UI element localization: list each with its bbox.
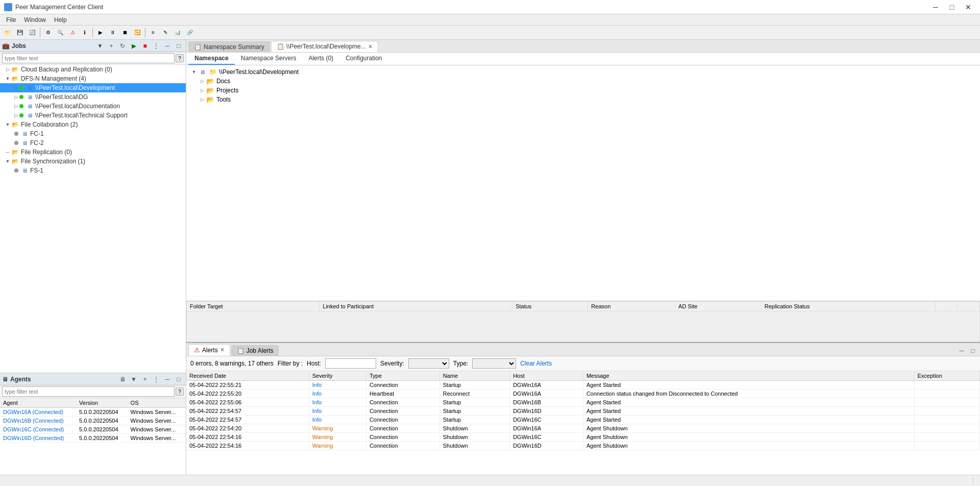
tree-item-doc[interactable]: ▷ 🖥 \\PeerTest.local\Documentation <box>0 102 186 111</box>
agents-expand-icon[interactable]: □ <box>174 374 184 384</box>
tree-expand-tech[interactable]: ▷ <box>12 112 19 119</box>
ns-tools-expand[interactable]: ▷ <box>199 97 206 102</box>
ns-docs-item[interactable]: ▷ 📂 Docs <box>188 77 978 86</box>
tree-item-file-collab[interactable]: ▼ 📂 File Collaboration (2) <box>0 120 186 129</box>
clear-alerts-button[interactable]: Clear Alerts <box>520 360 552 367</box>
ns-projects-item[interactable]: ▷ 📂 Projects <box>188 86 978 95</box>
toolbar-btn-1[interactable]: 📁 <box>2 27 13 38</box>
agents-table-row[interactable]: DGWin16D (Connected) 5.0.0.20220504 Wind… <box>0 434 186 443</box>
close-button[interactable]: ✕ <box>961 2 976 13</box>
agents-filter-input[interactable] <box>2 386 175 397</box>
toolbar-btn-9[interactable]: ⏸ <box>107 27 118 38</box>
toolbar-btn-6[interactable]: ⚠ <box>67 27 78 38</box>
content-tab-ns-servers[interactable]: Namespace Servers <box>235 53 303 65</box>
agents-more-icon[interactable]: ⋮ <box>151 374 161 384</box>
toolbar-btn-8[interactable]: ▶ <box>95 27 106 38</box>
toolbar-btn-5[interactable]: 🔍 <box>55 27 66 38</box>
toolbar-btn-7[interactable]: ℹ <box>79 27 90 38</box>
toolbar-btn-14[interactable]: 📊 <box>172 27 183 38</box>
jobs-filter-icon[interactable]: ▼ <box>95 41 105 51</box>
tree-item-file-repl[interactable]: ─ 📂 File Replication (0) <box>0 148 186 157</box>
alerts-table-row[interactable]: 05-04-2022 22:54:57 Info Connection Star… <box>186 407 980 416</box>
toolbar-btn-12[interactable]: ≡ <box>148 27 159 38</box>
content-tab-namespace[interactable]: Namespace <box>188 53 235 65</box>
content-tab-alerts[interactable]: Alerts (0) <box>302 53 339 65</box>
alerts-tab-close[interactable]: ✕ <box>220 347 225 353</box>
tree-expand-dev[interactable]: ▷ <box>12 84 19 91</box>
ns-tools-item[interactable]: ▷ 📂 Tools <box>188 95 978 104</box>
ns-root-expand[interactable]: ▼ <box>190 69 198 75</box>
ns-docs-expand[interactable]: ▷ <box>199 79 206 84</box>
toolbar-btn-4[interactable]: ⚙ <box>42 27 54 38</box>
alerts-table-row[interactable]: 05-04-2022 22:54:20 Warning Connection S… <box>186 424 980 433</box>
jobs-add-icon[interactable]: + <box>106 41 116 51</box>
tree-expand-cloud[interactable]: ▷ <box>4 66 11 73</box>
tree-expand-fr[interactable]: ─ <box>4 149 11 156</box>
minimize-button[interactable]: ─ <box>928 2 943 13</box>
bottom-minimize-icon[interactable]: ─ <box>957 346 967 356</box>
tree-item-development[interactable]: ▷ 🖥 \\PeerTest.local\Development <box>0 83 186 92</box>
tree-item-fc2[interactable]: 🖥 FC-2 <box>0 138 186 148</box>
tree-item-dg[interactable]: ▷ 🖥 \\PeerTest.local\DG <box>0 92 186 102</box>
bottom-tab-job-alerts[interactable]: 📋 Job Alerts <box>231 345 279 356</box>
jobs-more-icon[interactable]: ⋮ <box>151 41 161 51</box>
menu-file[interactable]: File <box>2 15 20 25</box>
bottom-panel-right-controls: ─ □ <box>957 346 978 356</box>
ns-projects-expand[interactable]: ▷ <box>199 88 206 93</box>
menu-help[interactable]: Help <box>50 15 71 25</box>
jobs-expand-icon[interactable]: □ <box>174 41 184 51</box>
tree-item-fc1[interactable]: 🖥 FC-1 <box>0 129 186 138</box>
tree-item-fs1[interactable]: 🖥 FS-1 <box>0 166 186 175</box>
jobs-filter-help[interactable]: ? <box>176 54 184 62</box>
jobs-filter-input[interactable] <box>2 53 175 63</box>
jobs-run-icon[interactable]: ▶ <box>129 41 139 51</box>
alerts-host-input[interactable] <box>325 358 376 369</box>
agents-table-row[interactable]: DGWin16B (Connected) 5.0.0.20220504 Wind… <box>0 417 186 425</box>
jobs-minimize-icon[interactable]: ─ <box>162 41 173 51</box>
maximize-button[interactable]: □ <box>944 2 960 13</box>
bottom-tab-alerts[interactable]: ⚠ Alerts ✕ <box>188 344 230 356</box>
tree-item-cloud-backup[interactable]: ▷ 📂 Cloud Backup and Replication (0) <box>0 65 186 74</box>
toolbar-btn-13[interactable]: ✎ <box>160 27 171 38</box>
agents-add-icon[interactable]: + <box>140 374 150 384</box>
tree-expand-doc[interactable]: ▷ <box>12 103 19 110</box>
agents-table-row[interactable]: DGWin16A (Connected) 5.0.0.20220504 Wind… <box>0 408 186 417</box>
alert-cell-severity: Info <box>309 407 366 416</box>
menu-window[interactable]: Window <box>20 15 50 25</box>
toolbar-btn-2[interactable]: 💾 <box>14 27 26 38</box>
jobs-refresh-icon[interactable]: ↻ <box>117 41 128 51</box>
tree-expand-dfsn[interactable]: ▼ <box>4 75 11 82</box>
content-tab-config[interactable]: Configuration <box>339 53 388 65</box>
tree-item-dfsn[interactable]: ▼ 📂 DFS-N Management (4) <box>0 74 186 83</box>
alerts-table-row[interactable]: 05-04-2022 22:54:57 Info Connection Star… <box>186 416 980 424</box>
agents-table-row[interactable]: DGWin16C (Connected) 5.0.0.20220504 Wind… <box>0 425 186 434</box>
alerts-table-row[interactable]: 05-04-2022 22:54:16 Warning Connection S… <box>186 433 980 442</box>
toolbar-btn-3[interactable]: 🔄 <box>27 27 38 38</box>
tab-dev-close[interactable]: ✕ <box>368 43 373 50</box>
tree-expand-fs[interactable]: ▼ <box>4 158 11 165</box>
tree-expand-dg[interactable]: ▷ <box>12 93 19 101</box>
tree-item-techsupport[interactable]: ▷ 🖥 \\PeerTest.local\Technical Support <box>0 111 186 120</box>
tree-expand-fc[interactable]: ▼ <box>4 121 11 128</box>
alerts-table-row[interactable]: 05-04-2022 22:54:16 Warning Connection S… <box>186 442 980 450</box>
agents-minimize-icon[interactable]: ─ <box>162 374 173 384</box>
toolbar-btn-10[interactable]: ⏹ <box>119 27 131 38</box>
alerts-table-row[interactable]: 05-04-2022 22:55:06 Info Connection Star… <box>186 398 980 407</box>
agents-filter-icon[interactable]: ▼ <box>129 374 139 384</box>
alerts-table-row[interactable]: 05-04-2022 22:55:20 Info Heartbeat Recon… <box>186 390 980 398</box>
toolbar-btn-15[interactable]: 🔗 <box>184 27 195 38</box>
alerts-severity-select[interactable]: Info Warning Error <box>408 358 449 369</box>
alerts-table-row[interactable]: 05-04-2022 22:55:21 Info Connection Star… <box>186 381 980 390</box>
jobs-stop-icon[interactable]: ■ <box>140 41 150 51</box>
bottom-expand-icon[interactable]: □ <box>968 346 978 356</box>
agents-filter-help[interactable]: ? <box>176 387 184 396</box>
ns-root-item[interactable]: ▼ 🖥 📁 \\PeerTest.local\Development <box>188 67 978 77</box>
alert-cell-exception <box>914 398 980 407</box>
right-panel: 📋 Namespace Summary 📋 \\PeerTest.local\D… <box>186 40 980 475</box>
agents-icon1[interactable]: 🖥 <box>117 374 128 384</box>
tab-namespace-summary[interactable]: 📋 Namespace Summary <box>188 41 270 52</box>
tab-development[interactable]: 📋 \\PeerTest.local\Developme... ✕ <box>271 41 378 52</box>
alerts-type-select[interactable]: Connection Heartbeat <box>472 358 516 369</box>
toolbar-btn-11[interactable]: 🔁 <box>132 27 143 38</box>
tree-item-file-sync[interactable]: ▼ 📂 File Synchronization (1) <box>0 157 186 166</box>
